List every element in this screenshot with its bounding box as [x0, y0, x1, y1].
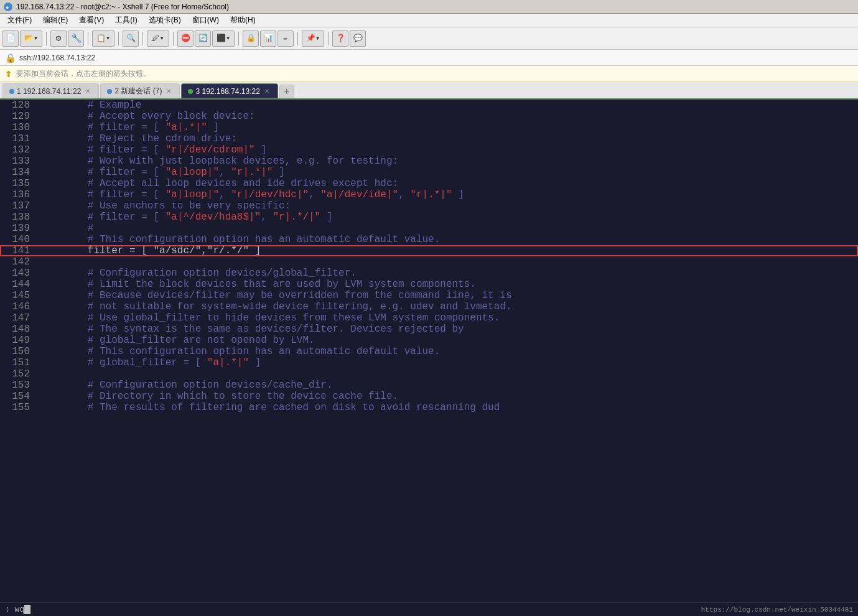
- tab-3[interactable]: 3 192.168.74.13:22 ✕: [181, 83, 277, 98]
- code-line-155: 155 # The results of filtering are cache…: [0, 402, 858, 413]
- toolbar-btn-7[interactable]: 📊: [260, 30, 276, 47]
- toolbar-sep-6: [238, 32, 239, 45]
- info-bar: ⬆ 要添加当前会话，点击左侧的箭头按钮。: [0, 66, 858, 82]
- menu-help[interactable]: 帮助(H): [225, 14, 261, 27]
- line-content: # Use global_filter to hide devices from…: [40, 312, 500, 324]
- menu-tab[interactable]: 选项卡(B): [144, 14, 186, 27]
- toolbar-open-btn[interactable]: 📂▾: [20, 30, 42, 47]
- line-content: # global_filter = [ "a|.*|" ]: [40, 357, 261, 368]
- code-line-147: 147 # Use global_filter to hide devices …: [0, 312, 858, 324]
- line-content: # not suitable for system-wide device fi…: [40, 301, 512, 312]
- status-command: : wq: [5, 605, 30, 614]
- toolbar-search-btn[interactable]: 🔍: [123, 30, 139, 47]
- line-number: 140: [5, 234, 30, 245]
- code-line-152: 152: [0, 368, 858, 380]
- tab-bar: 1 192.168.74.11:22 ✕ 2 新建会话 (7) ✕ 3 192.…: [0, 82, 858, 100]
- toolbar-sep-8: [328, 32, 329, 45]
- line-content: # filter = [ "r|/dev/cdrom|" ]: [40, 144, 267, 156]
- line-number: 134: [5, 167, 30, 178]
- toolbar-sep-7: [297, 32, 298, 45]
- code-line-149: 149 # global_filter are not opened by LV…: [0, 335, 858, 346]
- line-content: #: [40, 223, 93, 234]
- line-content: # Example: [40, 100, 141, 111]
- line-number: 145: [5, 290, 30, 301]
- status-right-text: https://blog.csdn.net/weixin_50344481: [701, 606, 853, 614]
- terminal-area[interactable]: 128 # Example129 # Accept every block de…: [0, 100, 858, 602]
- line-content: # The results of filtering are cached on…: [40, 402, 500, 413]
- line-number: 148: [5, 324, 30, 335]
- toolbar-sep-3: [118, 32, 119, 45]
- menu-file[interactable]: 文件(F): [2, 14, 37, 27]
- code-line-143: 143 # Configuration option devices/globa…: [0, 268, 858, 279]
- tab-3-dot: [188, 89, 193, 94]
- toolbar-btn-10[interactable]: 💬: [350, 30, 366, 47]
- line-number: 154: [5, 391, 30, 402]
- line-number: 141: [5, 245, 30, 256]
- code-line-145: 145 # Because devices/filter may be over…: [0, 290, 858, 301]
- tab-3-label: 3 192.168.74.13:22: [195, 87, 259, 96]
- line-content: # filter = [ "a|^/dev/hda8$|", "r|.*/|" …: [40, 212, 332, 223]
- address-text: ssh://192.168.74.13:22: [19, 54, 95, 62]
- line-content: # Because devices/filter may be overridd…: [40, 290, 512, 301]
- tab-3-close[interactable]: ✕: [263, 87, 271, 96]
- tab-1-label: 1 192.168.74.11:22: [17, 87, 81, 96]
- code-line-129: 129 # Accept every block device:: [0, 111, 858, 122]
- tab-1-dot: [9, 89, 14, 94]
- code-line-132: 132 # filter = [ "r|/dev/cdrom|" ]: [0, 144, 858, 156]
- tab-2-dot: [107, 89, 112, 94]
- info-arrow-icon: ⬆: [5, 69, 12, 79]
- line-content: # Accept all loop devices and ide drives…: [40, 178, 398, 189]
- toolbar-new-btn[interactable]: 📄: [2, 30, 19, 47]
- line-number: 136: [5, 189, 30, 200]
- toolbar-btn-2[interactable]: ⚙: [50, 30, 67, 47]
- toolbar-reload-btn[interactable]: 🔄: [195, 30, 211, 47]
- menu-edit[interactable]: 编辑(E): [38, 14, 73, 27]
- toolbar-sep-2: [88, 32, 88, 45]
- tab-2-close[interactable]: ✕: [164, 87, 173, 96]
- line-content: # Configuration option devices/cache_dir…: [40, 380, 332, 391]
- main-container: ● 192.168.74.13:22 - root@c2:~ - Xshell …: [0, 0, 858, 616]
- toolbar-stop-btn[interactable]: ⛔: [177, 30, 194, 47]
- line-content: # This configuration option has an autom…: [40, 346, 440, 357]
- code-line-151: 151 # global_filter = [ "a|.*|" ]: [0, 357, 858, 368]
- code-line-139: 139 #: [0, 223, 858, 234]
- lock-icon: 🔒: [5, 53, 16, 63]
- tab-1-close[interactable]: ✕: [83, 87, 92, 96]
- toolbar-btn-4[interactable]: 📋▾: [92, 30, 114, 47]
- tab-add-btn[interactable]: +: [279, 85, 294, 98]
- code-line-134: 134 # filter = [ "a|loop|", "r|.*|" ]: [0, 167, 858, 178]
- toolbar-help-btn[interactable]: ❓: [332, 30, 348, 47]
- line-number: 128: [5, 100, 30, 111]
- code-line-138: 138 # filter = [ "a|^/dev/hda8$|", "r|.*…: [0, 212, 858, 223]
- line-content: # Work with just loopback devices, e.g. …: [40, 156, 398, 167]
- line-content: # Accept every block device:: [40, 111, 255, 122]
- line-number: 129: [5, 111, 30, 122]
- toolbar-lock-btn[interactable]: 🔒: [243, 30, 259, 47]
- code-line-144: 144 # Limit the block devices that are u…: [0, 279, 858, 290]
- toolbar-btn-9[interactable]: 📌▾: [302, 30, 324, 47]
- menu-tools[interactable]: 工具(I): [110, 14, 142, 27]
- toolbar-btn-6[interactable]: ⬛▾: [212, 30, 235, 47]
- line-content: # Limit the block devices that are used …: [40, 279, 476, 290]
- line-number: 152: [5, 368, 30, 380]
- tab-2[interactable]: 2 新建会话 (7) ✕: [100, 83, 180, 98]
- line-number: 142: [5, 256, 30, 268]
- line-number: 131: [5, 133, 30, 144]
- code-line-148: 148 # The syntax is the same as devices/…: [0, 324, 858, 335]
- code-line-137: 137 # Use anchors to be very specific:: [0, 200, 858, 212]
- menu-window[interactable]: 窗口(W): [187, 14, 224, 27]
- toolbar-btn-3[interactable]: 🔧: [68, 30, 84, 47]
- code-line-135: 135 # Accept all loop devices and ide dr…: [0, 178, 858, 189]
- toolbar-btn-8[interactable]: ✏: [277, 30, 294, 47]
- tab-1[interactable]: 1 192.168.74.11:22 ✕: [2, 83, 99, 98]
- line-content: # filter = [ "a|loop|", "r|.*|" ]: [40, 167, 285, 178]
- line-number: 137: [5, 200, 30, 212]
- code-line-131: 131 # Reject the cdrom drive:: [0, 133, 858, 144]
- code-line-154: 154 # Directory in which to store the de…: [0, 391, 858, 402]
- toolbar-btn-5[interactable]: 🖊▾: [147, 30, 169, 47]
- code-line-133: 133 # Work with just loopback devices, e…: [0, 156, 858, 167]
- title-bar: ● 192.168.74.13:22 - root@c2:~ - Xshell …: [0, 0, 858, 14]
- title-text: 192.168.74.13:22 - root@c2:~ - Xshell 7 …: [16, 2, 229, 11]
- menu-view[interactable]: 查看(V): [74, 14, 109, 27]
- code-line-128: 128 # Example: [0, 100, 858, 111]
